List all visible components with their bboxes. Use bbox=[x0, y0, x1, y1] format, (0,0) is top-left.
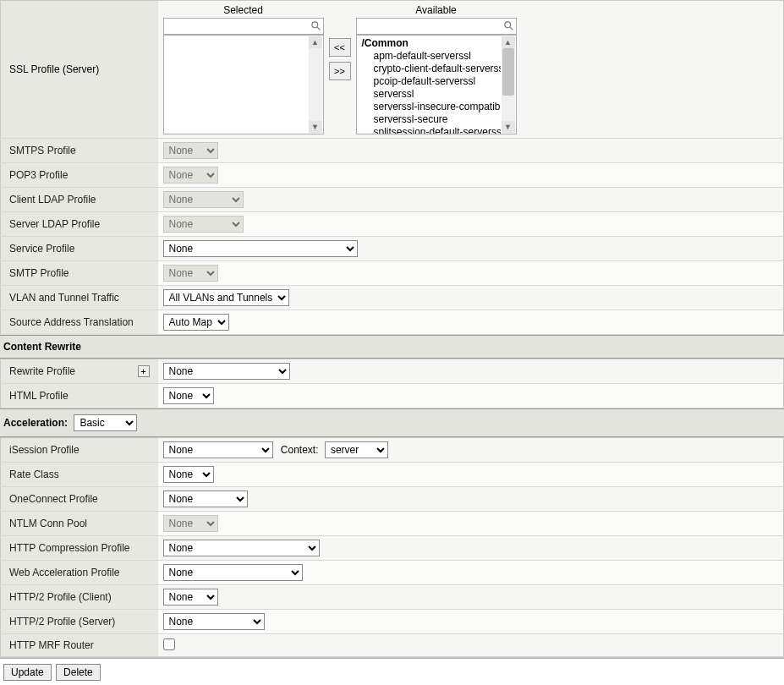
web-acceleration-profile-select[interactable]: None bbox=[163, 564, 303, 581]
ntlm-conn-pool-select: None bbox=[163, 515, 218, 532]
service-profile-select[interactable]: None bbox=[163, 240, 358, 257]
smtps-profile-select: None bbox=[163, 142, 218, 159]
list-item[interactable]: splitsession-default-serverssl bbox=[362, 126, 501, 134]
http-mrf-router-checkbox[interactable] bbox=[163, 638, 175, 650]
scroll-down-icon[interactable]: ▼ bbox=[309, 121, 322, 133]
oneconnect-profile-select[interactable]: None bbox=[163, 490, 248, 507]
html-profile-select[interactable]: None bbox=[163, 387, 214, 404]
acceleration-header: Acceleration: Basic bbox=[0, 408, 784, 437]
update-button[interactable]: Update bbox=[3, 664, 52, 681]
isession-context-select[interactable]: server bbox=[325, 441, 388, 458]
isession-context-label: Context: bbox=[281, 444, 319, 456]
list-item[interactable]: serverssl bbox=[362, 88, 501, 101]
selected-column: Selected ▲ ▼ bbox=[163, 4, 324, 134]
content-rewrite-header: Content Rewrite bbox=[0, 335, 784, 359]
scrollbar[interactable] bbox=[309, 48, 322, 121]
html-profile-label: HTML Profile bbox=[1, 384, 158, 408]
scroll-up-icon[interactable]: ▲ bbox=[309, 36, 322, 48]
available-header: Available bbox=[415, 4, 456, 16]
scroll-down-icon[interactable]: ▼ bbox=[502, 121, 515, 133]
list-item[interactable]: serverssl-insecure-compatibl bbox=[362, 101, 501, 113]
oneconnect-profile-label: OneConnect Profile bbox=[1, 487, 158, 512]
http2-profile-server-select[interactable]: None bbox=[163, 613, 265, 630]
client-ldap-profile-select: None bbox=[163, 191, 244, 208]
ssl-profile-server-label: SSL Profile (Server) bbox=[1, 1, 158, 139]
scrollbar[interactable] bbox=[502, 48, 515, 121]
web-acceleration-profile-label: Web Acceleration Profile bbox=[1, 561, 158, 585]
delete-button[interactable]: Delete bbox=[56, 664, 101, 681]
rewrite-profile-select[interactable]: None bbox=[163, 363, 290, 380]
rewrite-profile-add-button[interactable]: + bbox=[138, 365, 150, 377]
selected-header: Selected bbox=[223, 4, 263, 16]
http-compression-profile-label: HTTP Compression Profile bbox=[1, 536, 158, 561]
smtps-profile-label: SMTPS Profile bbox=[1, 139, 158, 163]
list-item[interactable]: apm-default-serverssl bbox=[362, 50, 501, 63]
rate-class-select[interactable]: None bbox=[163, 466, 214, 483]
http2-profile-client-label: HTTP/2 Profile (Client) bbox=[1, 585, 158, 610]
selected-listbox[interactable]: ▲ ▼ bbox=[163, 35, 324, 134]
scroll-up-icon[interactable]: ▲ bbox=[502, 36, 515, 48]
move-right-button[interactable]: >> bbox=[329, 62, 351, 80]
source-address-translation-select[interactable]: Auto Map bbox=[163, 314, 229, 331]
available-search-input[interactable] bbox=[356, 18, 517, 35]
server-ldap-profile-select: None bbox=[163, 216, 244, 233]
pop3-profile-label: POP3 Profile bbox=[1, 163, 158, 188]
isession-profile-select[interactable]: None bbox=[163, 441, 273, 458]
selected-search-input[interactable] bbox=[163, 18, 324, 35]
acceleration-mode-select[interactable]: Basic bbox=[74, 414, 137, 431]
isession-profile-label: iSession Profile bbox=[1, 438, 158, 463]
http2-profile-server-label: HTTP/2 Profile (Server) bbox=[1, 610, 158, 634]
source-address-translation-label: Source Address Translation bbox=[1, 310, 158, 335]
http2-profile-client-select[interactable]: None bbox=[163, 589, 218, 606]
pop3-profile-select: None bbox=[163, 167, 218, 184]
rewrite-profile-label: Rewrite Profile bbox=[9, 365, 75, 377]
http-compression-profile-select[interactable]: None bbox=[163, 540, 320, 556]
list-item[interactable]: crypto-client-default-serverss bbox=[362, 63, 501, 75]
ntlm-conn-pool-label: NTLM Conn Pool bbox=[1, 512, 158, 536]
vlan-tunnel-select[interactable]: All VLANs and Tunnels bbox=[163, 289, 289, 306]
list-item[interactable]: pcoip-default-serverssl bbox=[362, 75, 501, 88]
move-left-button[interactable]: << bbox=[329, 38, 351, 57]
http-mrf-router-label: HTTP MRF Router bbox=[1, 634, 158, 657]
vlan-tunnel-label: VLAN and Tunnel Traffic bbox=[1, 286, 158, 310]
available-group[interactable]: /Common bbox=[362, 37, 501, 50]
list-item[interactable]: serverssl-secure bbox=[362, 113, 501, 126]
smtp-profile-select: None bbox=[163, 265, 218, 282]
client-ldap-profile-label: Client LDAP Profile bbox=[1, 188, 158, 212]
rate-class-label: Rate Class bbox=[1, 463, 158, 487]
available-column: Available ▲ ▼ /Common apm-default-ser bbox=[356, 4, 517, 134]
server-ldap-profile-label: Server LDAP Profile bbox=[1, 212, 158, 237]
available-listbox[interactable]: ▲ ▼ /Common apm-default-serversslcrypto-… bbox=[356, 35, 517, 134]
smtp-profile-label: SMTP Profile bbox=[1, 261, 158, 286]
service-profile-label: Service Profile bbox=[1, 237, 158, 261]
